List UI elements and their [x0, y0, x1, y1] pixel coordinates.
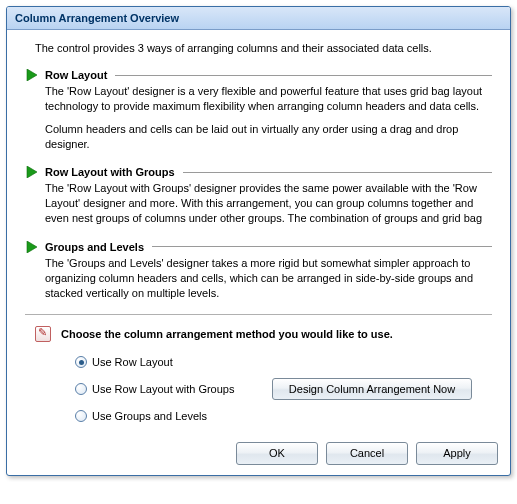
radio-icon[interactable] [75, 410, 87, 422]
section-title: Groups and Levels [45, 241, 144, 253]
option-use-row-layout-groups[interactable]: Use Row Layout with Groups Design Column… [75, 378, 492, 400]
option-label: Use Groups and Levels [92, 410, 207, 422]
cancel-button[interactable]: Cancel [326, 442, 408, 465]
section-paragraph: Column headers and cells can be laid out… [45, 122, 492, 152]
choose-row: Choose the column arrangement method you… [35, 326, 492, 342]
dialog-window: Column Arrangement Overview The control … [6, 6, 511, 476]
title-bar: Column Arrangement Overview [7, 7, 510, 30]
section-paragraph: The 'Row Layout with Groups' designer pr… [45, 181, 492, 226]
svg-marker-1 [27, 166, 37, 178]
option-use-groups-levels[interactable]: Use Groups and Levels [75, 410, 492, 422]
section-row-layout-groups: Row Layout with Groups The 'Row Layout w… [25, 165, 492, 226]
section-body: The 'Row Layout with Groups' designer pr… [45, 181, 492, 226]
apply-button[interactable]: Apply [416, 442, 498, 465]
section-body: The 'Row Layout' designer is a very flex… [45, 84, 492, 151]
button-label: Apply [443, 447, 471, 459]
section-title: Row Layout with Groups [45, 166, 175, 178]
section-header: Groups and Levels [25, 240, 492, 254]
button-label: Cancel [350, 447, 384, 459]
horizontal-divider [25, 314, 492, 316]
radio-group: Use Row Layout Use Row Layout with Group… [75, 356, 492, 422]
design-column-arrangement-button[interactable]: Design Column Arrangement Now [272, 378, 472, 400]
svg-marker-0 [27, 69, 37, 81]
dialog-button-row: OK Cancel Apply [7, 432, 510, 475]
play-icon [25, 240, 39, 254]
divider-line [152, 246, 492, 247]
intro-text: The control provides 3 ways of arranging… [35, 42, 492, 54]
dialog-content: The control provides 3 ways of arranging… [7, 30, 510, 432]
radio-icon[interactable] [75, 383, 87, 395]
radio-icon[interactable] [75, 356, 87, 368]
section-header: Row Layout [25, 68, 492, 82]
edit-icon [35, 326, 51, 342]
option-use-row-layout[interactable]: Use Row Layout [75, 356, 492, 368]
section-row-layout: Row Layout The 'Row Layout' designer is … [25, 68, 492, 151]
svg-marker-2 [27, 241, 37, 253]
ok-button[interactable]: OK [236, 442, 318, 465]
choose-label: Choose the column arrangement method you… [61, 328, 393, 340]
section-groups-levels: Groups and Levels The 'Groups and Levels… [25, 240, 492, 301]
section-paragraph: The 'Groups and Levels' designer takes a… [45, 256, 492, 301]
button-label: OK [269, 447, 285, 459]
section-body: The 'Groups and Levels' designer takes a… [45, 256, 492, 301]
option-label: Use Row Layout with Groups [92, 383, 234, 395]
button-label: Design Column Arrangement Now [289, 383, 455, 395]
section-paragraph: The 'Row Layout' designer is a very flex… [45, 84, 492, 114]
divider-line [115, 75, 492, 76]
play-icon [25, 68, 39, 82]
play-icon [25, 165, 39, 179]
section-title: Row Layout [45, 69, 107, 81]
dialog-title: Column Arrangement Overview [15, 12, 179, 24]
divider-line [183, 172, 492, 173]
option-label: Use Row Layout [92, 356, 173, 368]
section-header: Row Layout with Groups [25, 165, 492, 179]
